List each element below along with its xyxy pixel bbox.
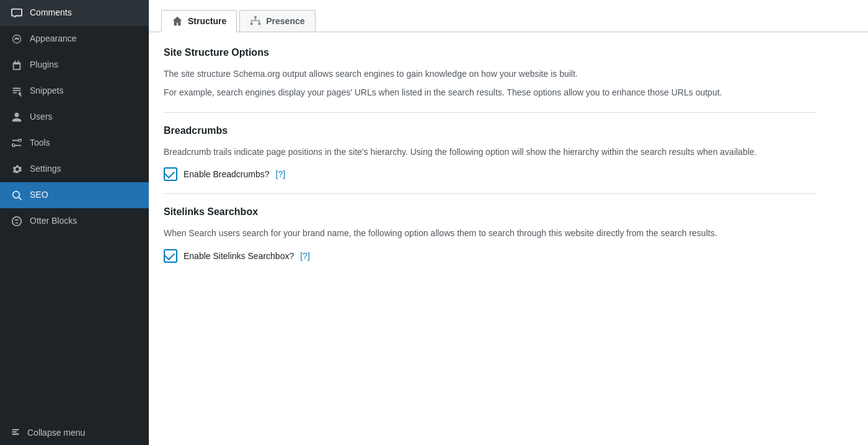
- divider-2: [164, 193, 816, 194]
- sidebar-item-settings-label: Settings: [30, 163, 61, 175]
- sidebar-item-snippets-label: Snippets: [30, 85, 63, 97]
- sidebar-item-settings[interactable]: Settings: [0, 156, 149, 182]
- sidebar-item-otter-blocks[interactable]: Otter Blocks: [0, 208, 149, 234]
- svg-rect-6: [259, 23, 261, 25]
- sitelinks-checkbox[interactable]: [164, 249, 177, 263]
- sitelinks-desc: When Search users search for your brand …: [164, 226, 816, 240]
- structure-desc-1: The site structure Schema.org output all…: [164, 67, 816, 81]
- appearance-icon: [10, 32, 24, 46]
- breadcrumbs-title: Breadcrumbs: [164, 125, 816, 136]
- sidebar: Comments Appearance Plugins Snippets Use…: [0, 0, 149, 445]
- sidebar-item-plugins[interactable]: Plugins: [0, 52, 149, 78]
- tab-structure[interactable]: Structure: [161, 10, 237, 32]
- breadcrumbs-checkbox-label: Enable Breadcrumbs?: [184, 169, 270, 179]
- comments-icon: [10, 6, 24, 20]
- sitelinks-title: Sitelinks Searchbox: [164, 206, 816, 218]
- main-content: Structure Presence Site Structure Option…: [149, 0, 868, 445]
- svg-point-2: [12, 217, 21, 226]
- sidebar-item-comments[interactable]: Comments: [0, 0, 149, 26]
- sidebar-item-snippets[interactable]: Snippets: [0, 78, 149, 104]
- tab-structure-label: Structure: [188, 16, 226, 26]
- collapse-label: Collapse menu: [27, 428, 85, 438]
- content-wrap: Structure Presence Site Structure Option…: [149, 0, 868, 445]
- sidebar-item-appearance[interactable]: Appearance: [0, 26, 149, 52]
- breadcrumbs-desc: Breadcrumb trails indicate page position…: [164, 145, 816, 159]
- svg-point-3: [15, 222, 18, 224]
- breadcrumbs-help-link[interactable]: [?]: [276, 169, 286, 179]
- sidebar-item-tools[interactable]: Tools: [0, 130, 149, 156]
- structure-options-title: Site Structure Options: [164, 47, 816, 58]
- settings-icon: [10, 162, 24, 176]
- tab-presence[interactable]: Presence: [239, 10, 315, 32]
- users-icon: [10, 110, 24, 124]
- sidebar-item-otter-label: Otter Blocks: [30, 215, 77, 227]
- svg-rect-5: [250, 23, 253, 25]
- sidebar-item-plugins-label: Plugins: [30, 59, 58, 71]
- snippets-icon: [10, 84, 24, 98]
- otter-icon: [10, 214, 24, 228]
- sidebar-item-appearance-label: Appearance: [30, 33, 77, 45]
- sidebar-item-seo[interactable]: SEO: [0, 182, 149, 208]
- collapse-icon: [10, 426, 21, 439]
- breadcrumbs-checkbox-row: Enable Breadcrumbs? [?]: [164, 167, 816, 181]
- seo-icon: [10, 188, 24, 202]
- sidebar-item-users-label: Users: [30, 111, 53, 123]
- tab-presence-label: Presence: [266, 16, 304, 26]
- sidebar-item-tools-label: Tools: [30, 137, 50, 149]
- sidebar-item-users[interactable]: Users: [0, 104, 149, 130]
- svg-point-1: [13, 192, 20, 198]
- sidebar-item-seo-label: SEO: [30, 189, 48, 201]
- plugins-icon: [10, 58, 24, 72]
- structure-tab-icon: [172, 15, 183, 27]
- tabs-bar: Structure Presence: [149, 0, 868, 32]
- tools-icon: [10, 136, 24, 150]
- sidebar-item-comments-label: Comments: [30, 7, 72, 19]
- sitelinks-checkbox-label: Enable Sitelinks Searchbox?: [184, 251, 294, 261]
- sitelinks-help-link[interactable]: [?]: [300, 251, 310, 261]
- collapse-menu-button[interactable]: Collapse menu: [0, 420, 149, 445]
- structure-desc-2: For example, search engines display your…: [164, 86, 816, 99]
- svg-rect-4: [254, 16, 257, 19]
- presence-tab-icon: [250, 15, 261, 27]
- divider-1: [164, 112, 816, 113]
- section-content: Site Structure Options The site structur…: [149, 32, 831, 278]
- sitelinks-checkbox-row: Enable Sitelinks Searchbox? [?]: [164, 249, 816, 263]
- breadcrumbs-checkbox[interactable]: [164, 167, 177, 181]
